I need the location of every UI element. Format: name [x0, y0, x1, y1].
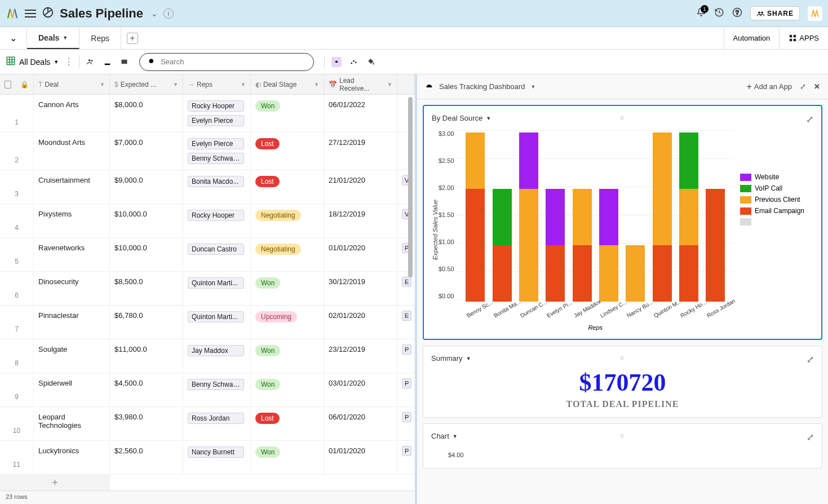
cell-expected[interactable]: $4,500.0 [110, 373, 183, 406]
expand-icon[interactable]: ⤢ [800, 82, 806, 91]
col-lead[interactable]: 📅Lead Receive...▼ [324, 74, 397, 94]
cell-stage[interactable]: Negotiating [251, 204, 324, 237]
cell-deal[interactable]: Soulgate [34, 339, 110, 373]
cell-deal[interactable]: Dinosecurity [34, 272, 110, 305]
cell-lead[interactable]: 01/01/2020 [324, 441, 397, 474]
cell-deal[interactable]: Pinnaclestar [34, 306, 110, 339]
cell-expected[interactable]: $6,780.0 [110, 306, 183, 339]
cell-deal[interactable]: Moondust Arts [34, 132, 110, 170]
cell-stage[interactable]: Won [251, 272, 324, 305]
cell-stage[interactable]: Lost [251, 170, 324, 204]
cell-stage[interactable]: Lost [251, 407, 324, 440]
cell-deal[interactable]: Luckytronics [34, 441, 110, 474]
col-reps[interactable]: →Reps▼ [183, 74, 251, 94]
table-row[interactable]: 3Cruisertainment$9,000.0Bonita Macdo...L… [0, 170, 415, 204]
cell-reps[interactable]: Ross Jordan [183, 407, 251, 440]
cell-extra[interactable] [397, 132, 414, 170]
adjust-icon[interactable] [348, 57, 358, 67]
info-icon[interactable]: i [163, 8, 174, 19]
share-button[interactable]: SHARE [750, 6, 800, 20]
bar[interactable] [599, 189, 618, 302]
card-expand-icon[interactable]: ⤢ [807, 354, 814, 365]
cell-stage[interactable]: Won [251, 95, 324, 132]
cell-extra[interactable]: P [397, 238, 414, 271]
cell-deal[interactable]: Leopard Technologies [34, 407, 110, 440]
cell-stage[interactable]: Won [251, 373, 324, 406]
tab-reps[interactable]: Reps [79, 27, 121, 49]
rep-chip[interactable]: Rocky Hooper [188, 210, 244, 221]
bar[interactable] [466, 132, 485, 302]
table-row[interactable]: 6Dinosecurity$8,500.0Quinton Marti...Won… [0, 272, 415, 306]
rep-chip[interactable]: Benny Schwartz [188, 379, 244, 390]
cell-reps[interactable]: Rocky Hooper [183, 204, 251, 237]
rep-chip[interactable]: Ross Jordan [188, 413, 244, 424]
cell-lead[interactable]: 06/01/2020 [324, 407, 397, 440]
drag-handle-icon[interactable]: ≡ [620, 354, 625, 362]
cell-expected[interactable]: $3,980.0 [110, 407, 183, 440]
drag-handle-icon[interactable]: ≡ [620, 432, 625, 440]
search-input[interactable] [161, 58, 305, 66]
settings-sliders-icon[interactable] [399, 57, 409, 67]
checkbox-icon[interactable] [5, 81, 11, 89]
cell-deal[interactable]: Ravenetworks [34, 238, 110, 271]
add-row-button[interactable]: + [0, 475, 110, 490]
search-box[interactable] [139, 53, 314, 71]
rep-chip[interactable]: Benny Schwartz [188, 153, 244, 164]
add-app-button[interactable]: +Add an App [746, 82, 792, 92]
rep-chip[interactable]: Evelyn Pierce [188, 138, 244, 149]
rep-chip[interactable]: Quinton Marti... [188, 311, 244, 322]
table-row[interactable]: 8Soulgate$11,000.0Jay MaddoxWon23/12/201… [0, 339, 415, 373]
chart-card[interactable]: ≡ ⤢ By Deal Source▼ Expected Sales Value… [423, 105, 822, 340]
table-row[interactable]: 11Luckytronics$2,560.0Nancy BurnettWon01… [0, 441, 415, 475]
cell-expected[interactable]: $2,560.0 [110, 441, 183, 474]
cell-extra[interactable]: P [397, 407, 414, 440]
app-logo[interactable] [6, 7, 19, 20]
menu-icon[interactable] [25, 10, 36, 17]
table-row[interactable]: 10Leopard Technologies$3,980.0Ross Jorda… [0, 407, 415, 441]
cell-expected[interactable]: $11,000.0 [110, 339, 183, 373]
cell-stage[interactable]: Lost [251, 132, 324, 170]
cell-expected[interactable]: $10,000.0 [110, 238, 183, 271]
automation-button[interactable]: Automation [724, 27, 780, 49]
apps-button[interactable]: APPS [779, 27, 828, 49]
filter-icon[interactable] [382, 57, 392, 67]
cell-deal[interactable]: Cruisertainment [34, 170, 110, 204]
help-icon[interactable]: ? [732, 7, 742, 20]
bar[interactable] [546, 189, 565, 302]
fill-icon[interactable] [365, 57, 375, 67]
cell-lead[interactable]: 30/12/2019 [324, 272, 397, 305]
table-row[interactable]: 9Spiderwell$4,500.0Benny SchwartzWon03/0… [0, 373, 415, 407]
table-row[interactable]: 7Pinnaclestar$6,780.0Quinton Marti...Upc… [0, 306, 415, 339]
history-icon[interactable] [714, 7, 724, 20]
cell-stage[interactable]: Won [251, 339, 324, 373]
export-icon[interactable] [102, 57, 112, 67]
notification-icon[interactable]: 1 [696, 7, 706, 20]
cell-extra[interactable]: V [397, 204, 414, 237]
close-icon[interactable]: ✕ [814, 82, 820, 91]
rep-chip[interactable]: Jay Maddox [188, 345, 244, 356]
cell-extra[interactable]: E [397, 306, 414, 339]
dash-title-dd[interactable]: ▼ [530, 84, 535, 90]
cell-lead[interactable]: 01/01/2020 [324, 238, 397, 271]
rep-chip[interactable]: Nancy Burnett [188, 446, 244, 458]
visibility-icon[interactable] [331, 57, 342, 67]
rep-chip[interactable]: Duncan Castro [188, 244, 244, 255]
table-row[interactable]: 2Moondust Arts$7,000.0Evelyn PierceBenny… [0, 132, 415, 170]
rep-chip[interactable]: Rocky Hooper [188, 100, 244, 112]
cell-expected[interactable]: $7,000.0 [110, 132, 183, 170]
bar[interactable] [573, 189, 592, 302]
cell-deal[interactable]: Spiderwell [34, 373, 110, 406]
cell-expected[interactable]: $10,000.0 [110, 204, 183, 237]
chart2-card[interactable]: ≡ ⤢ Chart▼ $4.00 [423, 423, 822, 468]
cell-deal[interactable]: Pixystems [34, 204, 110, 237]
cell-extra[interactable]: E [397, 272, 414, 305]
rep-chip[interactable]: Bonita Macdo... [188, 176, 244, 187]
cell-lead[interactable]: 18/12/2019 [324, 204, 397, 237]
add-tab-button[interactable]: + [121, 27, 144, 49]
cell-reps[interactable]: Quinton Marti... [183, 306, 251, 339]
col-stage[interactable]: ◐Deal Stage▼ [251, 74, 324, 94]
view-more-icon[interactable]: ⋮ [64, 56, 73, 67]
cell-reps[interactable]: Rocky HooperEvelyn Pierce [183, 95, 251, 132]
card-icon[interactable] [119, 57, 129, 67]
cell-extra[interactable] [397, 95, 414, 132]
